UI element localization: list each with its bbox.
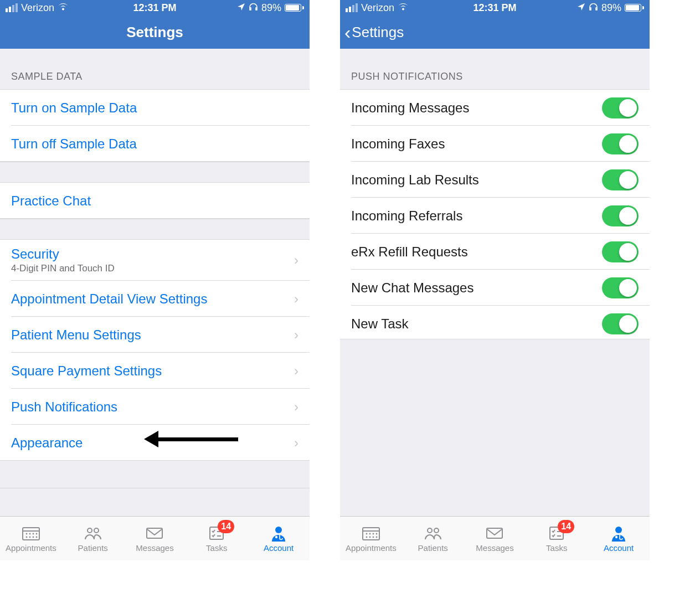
section-gap <box>0 162 310 183</box>
tab-appointments[interactable]: Appointments <box>340 517 402 560</box>
toggle-new-chat-messages[interactable] <box>602 277 639 298</box>
toggle-incoming-referrals[interactable] <box>602 205 639 226</box>
row-label: Incoming Faxes <box>351 136 445 152</box>
row-label: Patient Menu Settings <box>11 327 141 343</box>
svg-point-27 <box>375 536 377 538</box>
toggle-erx-refill-requests[interactable] <box>602 241 639 262</box>
chevron-right-icon: › <box>294 435 298 451</box>
arrow-annotation <box>144 431 238 447</box>
row-erx-refill-requests: eRx Refill Requests <box>340 234 650 270</box>
nav-bar: Settings <box>0 16 310 49</box>
row-incoming-faxes: Incoming Faxes <box>340 126 650 162</box>
content-tail <box>340 339 650 450</box>
tab-account[interactable]: Account <box>588 517 650 560</box>
tab-label: Messages <box>136 543 173 553</box>
signal-icon <box>346 3 358 12</box>
calendar-icon <box>361 525 381 542</box>
envelope-icon <box>145 525 164 542</box>
location-icon <box>237 2 245 14</box>
status-bar: Verizon 12:31 PM 89% <box>0 0 310 16</box>
nav-bar: ‹ Settings <box>340 16 650 49</box>
toggle-incoming-faxes[interactable] <box>602 133 639 154</box>
row-sublabel: 4-Digit PIN and Touch ID <box>11 263 115 274</box>
svg-point-17 <box>275 535 277 538</box>
tab-messages[interactable]: Messages <box>124 517 186 560</box>
nav-title: Settings <box>126 24 183 41</box>
signal-icon <box>6 3 18 12</box>
location-icon <box>577 2 585 14</box>
tab-patients[interactable]: Patients <box>62 517 124 560</box>
svg-point-26 <box>372 536 374 538</box>
svg-point-22 <box>372 533 374 534</box>
row-turn-on-sample-data[interactable]: Turn on Sample Data <box>0 90 310 126</box>
sample-data-list: Turn on Sample Data Turn off Sample Data <box>0 90 310 162</box>
headphones-icon <box>589 2 598 14</box>
status-bar: Verizon 12:31 PM 89% <box>340 0 650 16</box>
row-patient-menu-settings[interactable]: Patient Menu Settings › <box>0 317 310 353</box>
toggle-incoming-messages[interactable] <box>602 97 639 118</box>
section-header-sample-data: SAMPLE DATA <box>0 49 310 90</box>
clock-label: 12:31 PM <box>473 2 516 14</box>
svg-point-24 <box>366 536 367 538</box>
row-label: Practice Chat <box>11 193 91 209</box>
settings-content: SAMPLE DATA Turn on Sample Data Turn off… <box>0 49 310 488</box>
people-icon <box>83 525 103 542</box>
tab-bar: Appointments Patients Messages 14 Tasks … <box>0 516 310 560</box>
section-gap <box>0 219 310 240</box>
svg-point-4 <box>32 533 34 534</box>
svg-point-9 <box>35 536 37 538</box>
row-push-notifications[interactable]: Push Notifications › <box>0 389 310 425</box>
row-label: Incoming Referrals <box>351 208 462 224</box>
tab-patients[interactable]: Patients <box>402 517 464 560</box>
clock-label: 12:31 PM <box>133 2 176 14</box>
tab-label: Appointments <box>346 543 397 553</box>
toggle-new-task[interactable] <box>602 313 639 334</box>
phone-push-notifications: Verizon 12:31 PM 89% ‹ Settings PUSH NOT… <box>340 0 650 560</box>
row-square-payment-settings[interactable]: Square Payment Settings › <box>0 353 310 389</box>
tab-label: Account <box>264 543 294 553</box>
row-label: Turn on Sample Data <box>11 100 137 116</box>
svg-point-34 <box>615 527 622 533</box>
svg-rect-12 <box>147 528 162 538</box>
svg-point-21 <box>369 533 370 534</box>
row-appointment-detail-view-settings[interactable]: Appointment Detail View Settings › <box>0 281 310 317</box>
row-turn-off-sample-data[interactable]: Turn off Sample Data <box>0 126 310 162</box>
tab-bar: Appointments Patients Messages 14 Tasks … <box>340 516 650 560</box>
headphones-icon <box>249 2 258 14</box>
row-new-task: New Task <box>340 306 650 342</box>
doctor-icon <box>269 525 289 542</box>
row-incoming-lab-results: Incoming Lab Results <box>340 162 650 198</box>
tab-appointments[interactable]: Appointments <box>0 517 62 560</box>
chevron-right-icon: › <box>294 252 298 268</box>
battery-pct: 89% <box>601 2 621 14</box>
svg-rect-30 <box>487 528 502 538</box>
people-icon <box>423 525 443 542</box>
tab-label: Appointments <box>6 543 56 553</box>
tab-messages[interactable]: Messages <box>464 517 526 560</box>
row-security[interactable]: Security 4-Digit PIN and Touch ID › <box>0 240 310 281</box>
tab-tasks[interactable]: 14 Tasks <box>186 517 248 560</box>
svg-point-16 <box>275 527 282 533</box>
wifi-icon <box>398 2 409 14</box>
battery-icon <box>625 4 644 12</box>
carrier-label: Verizon <box>21 2 54 14</box>
tab-label: Patients <box>78 543 108 553</box>
svg-point-28 <box>428 528 432 533</box>
row-label: Incoming Lab Results <box>351 172 479 188</box>
chevron-left-icon: ‹ <box>344 23 351 42</box>
section-gap <box>0 461 310 488</box>
back-button[interactable]: ‹ Settings <box>344 23 404 42</box>
svg-point-35 <box>615 535 617 538</box>
svg-point-25 <box>369 536 370 538</box>
toggle-incoming-lab-results[interactable] <box>602 169 639 190</box>
chevron-right-icon: › <box>294 399 298 415</box>
row-label: New Chat Messages <box>351 280 473 296</box>
tab-account[interactable]: Account <box>248 517 310 560</box>
tab-badge: 14 <box>218 520 234 533</box>
chevron-right-icon: › <box>294 291 298 307</box>
tab-tasks[interactable]: 14 Tasks <box>526 517 588 560</box>
svg-point-5 <box>35 533 37 534</box>
svg-point-2 <box>25 533 27 534</box>
push-notifications-content: PUSH NOTIFICATIONS Incoming Messages Inc… <box>340 49 650 450</box>
row-practice-chat[interactable]: Practice Chat <box>0 183 310 219</box>
